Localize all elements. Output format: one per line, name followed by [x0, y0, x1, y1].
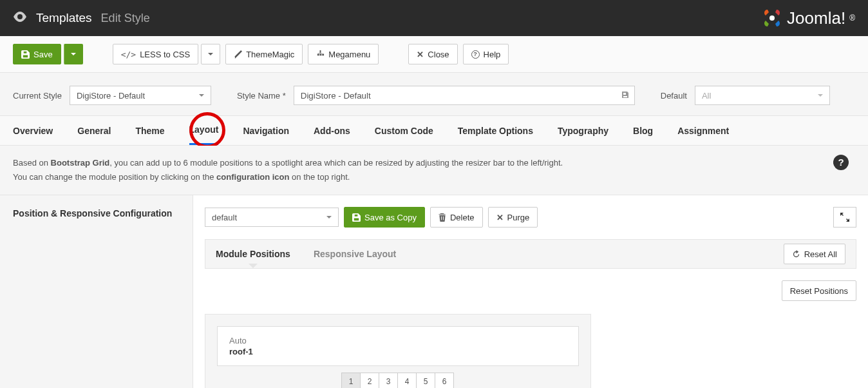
- style-name-input[interactable]: [294, 86, 635, 105]
- delete-button[interactable]: Delete: [430, 207, 483, 228]
- help-icon[interactable]: ?: [833, 155, 849, 170]
- page-1[interactable]: 1: [341, 373, 361, 388]
- style-name-label: Style Name *: [237, 91, 286, 101]
- module-position-name: roof-1: [229, 347, 567, 356]
- layout-select[interactable]: default: [205, 208, 339, 227]
- content-area: default Save as Copy Delete ✕ Purge Modu…: [193, 195, 868, 388]
- tab-general[interactable]: General: [77, 116, 111, 145]
- sidebar: Position & Responsive Configuration: [0, 195, 193, 388]
- help-button[interactable]: ? Help: [463, 44, 509, 64]
- page-title: Templates: [36, 11, 92, 25]
- tab-theme[interactable]: Theme: [135, 116, 164, 145]
- tab-blog[interactable]: Blog: [633, 116, 653, 145]
- page-subtitle: Edit Style: [101, 12, 150, 25]
- current-style-label: Current Style: [13, 91, 62, 101]
- sidebar-title: Position & Responsive Configuration: [13, 208, 180, 218]
- close-button[interactable]: ✕ Close: [408, 44, 457, 64]
- main-tabs: Overview General Theme Layout Navigation…: [0, 116, 868, 146]
- less-dropdown[interactable]: [201, 44, 220, 64]
- tab-layout[interactable]: Layout: [189, 116, 219, 145]
- page-3[interactable]: 3: [379, 373, 398, 388]
- save-field-icon: [621, 90, 630, 101]
- joomla-logo: Joomla!®: [761, 7, 855, 29]
- position-pager: 1 2 3 4 5 6: [217, 373, 579, 388]
- thememagic-button[interactable]: ThemeMagic: [225, 44, 303, 64]
- default-select[interactable]: All: [695, 86, 830, 105]
- tab-description: Based on Bootstrap Grid, you can add up …: [0, 146, 868, 195]
- preview-icon[interactable]: [13, 12, 27, 25]
- form-bar: Current Style DigiStore - Default Style …: [0, 73, 868, 116]
- tab-overview[interactable]: Overview: [13, 116, 53, 145]
- current-style-select[interactable]: DigiStore - Default: [70, 86, 211, 105]
- less-to-css-button[interactable]: </> LESS to CSS: [113, 44, 199, 64]
- subtab-responsive-layout[interactable]: Responsive Layout: [314, 249, 396, 259]
- admin-header: Templates Edit Style Joomla!®: [0, 0, 868, 36]
- tab-navigation[interactable]: Navigation: [243, 116, 289, 145]
- action-toolbar: Save </> LESS to CSS ThemeMagic Megamenu…: [0, 36, 868, 73]
- page-6[interactable]: 6: [435, 373, 454, 388]
- tab-custom-code[interactable]: Custom Code: [375, 116, 433, 145]
- layout-builder: Auto roof-1 1 2 3 4 5 6: [205, 314, 591, 388]
- tab-assignment[interactable]: Assignment: [677, 116, 729, 145]
- page-4[interactable]: 4: [397, 373, 417, 388]
- megamenu-button[interactable]: Megamenu: [308, 44, 379, 64]
- purge-button[interactable]: ✕ Purge: [488, 207, 538, 228]
- tab-template-options[interactable]: Template Options: [458, 116, 533, 145]
- fullscreen-button[interactable]: [833, 207, 856, 228]
- svg-point-0: [769, 15, 775, 21]
- reset-positions-button[interactable]: Reset Positions: [782, 280, 856, 301]
- page-2[interactable]: 2: [360, 373, 379, 388]
- save-dropdown[interactable]: [64, 44, 83, 64]
- save-as-copy-button[interactable]: Save as Copy: [344, 207, 425, 228]
- save-button[interactable]: Save: [13, 44, 61, 64]
- sub-tabs: Module Positions Responsive Layout Reset…: [205, 239, 856, 269]
- module-position-box[interactable]: Auto roof-1: [217, 326, 579, 366]
- tab-addons[interactable]: Add-ons: [314, 116, 350, 145]
- reset-all-button[interactable]: Reset All: [784, 244, 845, 264]
- module-width-label: Auto: [229, 336, 567, 345]
- default-label: Default: [661, 91, 687, 101]
- tab-typography[interactable]: Typography: [558, 116, 609, 145]
- logo-text: Joomla!: [787, 8, 845, 28]
- page-5[interactable]: 5: [416, 373, 435, 388]
- subtab-module-positions[interactable]: Module Positions: [216, 249, 290, 259]
